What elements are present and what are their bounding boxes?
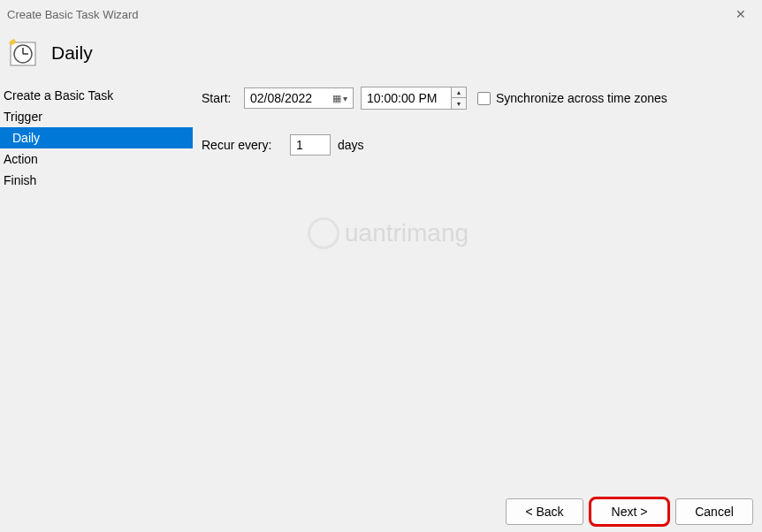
watermark: uantrimang bbox=[308, 217, 469, 249]
titlebar: Create Basic Task Wizard ✕ bbox=[0, 0, 762, 28]
sync-timezone-group: Synchronize across time zones bbox=[477, 91, 667, 105]
footer-buttons: < Back Next > Cancel bbox=[506, 498, 753, 525]
sidebar-item-daily[interactable]: Daily bbox=[0, 127, 193, 148]
back-button[interactable]: < Back bbox=[506, 498, 583, 525]
close-icon[interactable]: ✕ bbox=[730, 7, 751, 21]
sync-timezone-checkbox[interactable] bbox=[477, 92, 491, 105]
page-title: Daily bbox=[51, 42, 93, 64]
cancel-button[interactable]: Cancel bbox=[675, 498, 753, 525]
time-spinner: ▲ ▼ bbox=[451, 87, 466, 109]
window-title: Create Basic Task Wizard bbox=[7, 8, 139, 21]
start-date-input[interactable]: 02/08/2022 ▦▾ bbox=[244, 87, 354, 109]
time-spinner-up-icon[interactable]: ▲ bbox=[452, 87, 466, 98]
start-row: Start: 02/08/2022 ▦▾ 10:00:00 PM ▲ ▼ Syn… bbox=[202, 87, 753, 110]
recur-row: Recur every: days bbox=[202, 134, 753, 156]
main-panel: Start: 02/08/2022 ▦▾ 10:00:00 PM ▲ ▼ Syn… bbox=[193, 85, 762, 484]
clock-icon bbox=[7, 37, 39, 69]
start-label: Start: bbox=[202, 91, 237, 105]
sidebar-item-finish[interactable]: Finish bbox=[0, 170, 193, 191]
wizard-sidebar: Create a Basic Task Trigger Daily Action… bbox=[0, 85, 193, 484]
content-area: Create a Basic Task Trigger Daily Action… bbox=[0, 85, 762, 484]
sidebar-item-action[interactable]: Action bbox=[0, 148, 193, 170]
start-time-value: 10:00:00 PM bbox=[367, 88, 437, 108]
next-button[interactable]: Next > bbox=[591, 498, 668, 525]
wizard-header: Daily bbox=[0, 28, 762, 85]
time-spinner-down-icon[interactable]: ▼ bbox=[452, 98, 466, 109]
recur-unit-label: days bbox=[338, 138, 364, 152]
calendar-dropdown-icon[interactable]: ▦▾ bbox=[332, 93, 347, 104]
recur-value-input[interactable] bbox=[290, 134, 331, 156]
sidebar-item-create-basic-task[interactable]: Create a Basic Task bbox=[0, 85, 193, 106]
recur-label: Recur every: bbox=[202, 138, 283, 152]
start-time-input[interactable]: 10:00:00 PM ▲ ▼ bbox=[361, 87, 467, 110]
sync-timezone-label: Synchronize across time zones bbox=[496, 91, 667, 105]
start-date-value: 02/08/2022 bbox=[250, 91, 312, 105]
sidebar-item-trigger[interactable]: Trigger bbox=[0, 106, 193, 127]
